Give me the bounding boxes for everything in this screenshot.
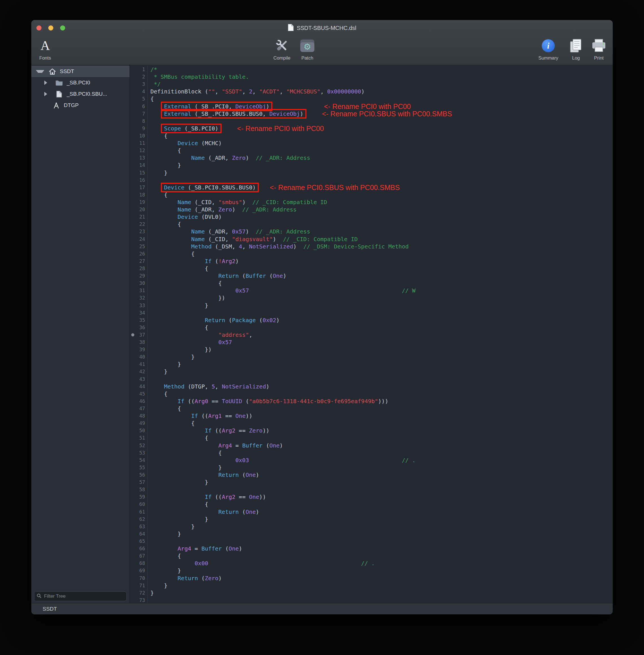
titlebar[interactable]: SSDT-SBUS-MCHC.dsl bbox=[31, 20, 613, 36]
code-line[interactable]: 18 { bbox=[130, 191, 613, 199]
tree-item-label: _SB.PCI0 bbox=[67, 80, 90, 86]
disclosure-triangle-collapsed[interactable] bbox=[44, 92, 51, 96]
code-line[interactable]: 53 { bbox=[130, 449, 613, 456]
code-line[interactable]: 62 } bbox=[130, 516, 613, 523]
code-text: } bbox=[147, 530, 181, 538]
close-button[interactable] bbox=[37, 25, 42, 30]
code-line[interactable]: 29 Return (Buffer (One) bbox=[130, 272, 613, 279]
code-line[interactable]: 72} bbox=[130, 589, 613, 596]
code-editor[interactable]: 1/*2 * SMBus compatibility table.3 */4De… bbox=[130, 65, 613, 603]
code-line[interactable]: 67 { bbox=[130, 552, 613, 560]
code-line[interactable]: 49 { bbox=[130, 420, 613, 427]
code-line[interactable]: 19 Name (_CID, "smbus") // _CID: Compati… bbox=[130, 199, 613, 206]
zoom-button[interactable] bbox=[60, 25, 65, 30]
code-line[interactable]: 36 { bbox=[130, 324, 613, 331]
code-line[interactable]: 59 If ((Arg2 == One)) bbox=[130, 493, 613, 501]
code-line[interactable]: 54 0x03 // . bbox=[130, 456, 613, 464]
code-line[interactable]: 55 } bbox=[130, 464, 613, 471]
code-line[interactable]: 63 } bbox=[130, 523, 613, 530]
code-text: }) bbox=[147, 346, 212, 353]
code-line[interactable]: 43 bbox=[130, 376, 613, 383]
sidebar-item-sb-pci0[interactable]: _SB.PCI0 bbox=[31, 77, 130, 88]
code-line[interactable]: 66 Arg4 = Buffer (One) bbox=[130, 545, 613, 552]
filter-field[interactable] bbox=[34, 591, 127, 601]
sidebar-item-sb-pci0-sbu[interactable]: _SB.PCI0.SBU... bbox=[31, 88, 130, 100]
code-line[interactable]: 21 Device (DVL0) bbox=[130, 213, 613, 221]
code-line[interactable]: 1/* bbox=[130, 66, 613, 73]
code-line[interactable]: 45 { bbox=[130, 390, 613, 398]
code-line[interactable]: 27 If (!Arg2) bbox=[130, 257, 613, 265]
summary-button[interactable]: i Summary bbox=[538, 37, 558, 61]
patch-button[interactable]: ⚙ Patch bbox=[300, 37, 314, 61]
code-line[interactable]: 22 { bbox=[130, 221, 613, 228]
code-line[interactable]: 17 Device (_SB.PCI0.SBUS.BUS0)<- Rename … bbox=[130, 184, 613, 191]
code-line[interactable]: 58 bbox=[130, 486, 613, 493]
code-line[interactable]: 32 }) bbox=[130, 294, 613, 301]
code-line[interactable]: 35 Return (Package (0x02) bbox=[130, 316, 613, 324]
code-line[interactable]: 15 } bbox=[130, 169, 613, 177]
code-line[interactable]: 70 Return (Zero) bbox=[130, 574, 613, 582]
disclosure-triangle-collapsed[interactable] bbox=[44, 81, 51, 85]
code-line[interactable]: 61 Return (One) bbox=[130, 508, 613, 516]
filter-input[interactable] bbox=[43, 593, 124, 600]
code-line[interactable]: 40 } bbox=[130, 353, 613, 361]
code-line[interactable]: 60 { bbox=[130, 501, 613, 508]
code-line[interactable]: 34 bbox=[130, 309, 613, 316]
code-line[interactable]: 48 If ((Arg1 == One)) bbox=[130, 412, 613, 420]
code-line[interactable]: 69 } bbox=[130, 567, 613, 574]
code-line[interactable]: 24 Name (_CID, "diagsvault") // _CID: Co… bbox=[130, 235, 613, 243]
code-line[interactable]: 3 */ bbox=[130, 81, 613, 88]
sidebar-item-ssdt[interactable]: SSDT bbox=[31, 66, 130, 77]
compile-button[interactable]: Compile bbox=[273, 37, 291, 61]
fonts-button[interactable]: A Fonts bbox=[39, 37, 51, 61]
code-line[interactable]: 26 { bbox=[130, 250, 613, 257]
disclosure-triangle-expanded[interactable] bbox=[36, 70, 44, 73]
code-line[interactable]: 31 0x57 // W bbox=[130, 287, 613, 294]
code-line[interactable]: 30 { bbox=[130, 279, 613, 287]
code-line[interactable]: 9 Scope (_SB.PCI0)<- Rename PCI0 with PC… bbox=[130, 125, 613, 132]
code-line[interactable]: 28 { bbox=[130, 265, 613, 272]
code-line[interactable]: 2 * SMBus compatibility table. bbox=[130, 73, 613, 81]
code-line[interactable]: 57 } bbox=[130, 478, 613, 486]
code-line[interactable]: 73 bbox=[130, 596, 613, 603]
code-line[interactable]: 65 bbox=[130, 538, 613, 545]
code-line[interactable]: 37 "address", bbox=[130, 331, 613, 339]
document-icon bbox=[55, 91, 63, 98]
code-line[interactable]: 68 0x00 // . bbox=[130, 560, 613, 567]
code-line[interactable]: 44 Method (DTGP, 5, NotSerialized) bbox=[130, 383, 613, 390]
sidebar-item-dtgp[interactable]: DTGP bbox=[31, 100, 130, 111]
code-line[interactable]: 46 If ((Arg0 == ToUUID ("a0b5b7c6-1318-4… bbox=[130, 398, 613, 405]
code-line[interactable]: 13 Name (_ADR, Zero) // _ADR: Address bbox=[130, 154, 613, 161]
line-number: 60 bbox=[130, 501, 147, 508]
code-line[interactable]: 64 } bbox=[130, 530, 613, 538]
code-line[interactable]: 50 If ((Arg2 == Zero)) bbox=[130, 427, 613, 434]
code-line[interactable]: 7 External (_SB_.PCI0.SBUS.BUS0, DeviceO… bbox=[130, 110, 613, 117]
print-button[interactable]: Print bbox=[592, 37, 606, 61]
code-line[interactable]: 12 { bbox=[130, 147, 613, 154]
minimize-button[interactable] bbox=[48, 25, 53, 30]
summary-label: Summary bbox=[538, 55, 558, 61]
code-line[interactable]: 10 { bbox=[130, 132, 613, 139]
code-line[interactable]: 23 Name (_ADR, 0x57) // _ADR: Address bbox=[130, 228, 613, 235]
code-line[interactable]: 14 } bbox=[130, 161, 613, 169]
code-line[interactable]: 71 } bbox=[130, 582, 613, 589]
code-line[interactable]: 11 Device (MCHC) bbox=[130, 139, 613, 147]
code-line[interactable]: 42 } bbox=[130, 368, 613, 375]
code-line[interactable]: 51 { bbox=[130, 434, 613, 442]
code-line[interactable]: 25 Method (_DSM, 4, NotSerialized) // _D… bbox=[130, 243, 613, 250]
code-line[interactable]: 52 Arg4 = Buffer (One) bbox=[130, 442, 613, 449]
log-button[interactable]: Log bbox=[569, 37, 583, 61]
code-text: 0x57 // W bbox=[147, 287, 415, 294]
line-number: 25 bbox=[130, 243, 147, 250]
code-line[interactable]: 4DefinitionBlock ("", "SSDT", 2, "ACDT",… bbox=[130, 88, 613, 95]
line-number: 48 bbox=[130, 412, 147, 420]
line-number: 66 bbox=[130, 545, 147, 552]
code-line[interactable]: 38 0x57 bbox=[130, 339, 613, 346]
code-line[interactable]: 56 Return (One) bbox=[130, 471, 613, 478]
code-line[interactable]: 41 } bbox=[130, 361, 613, 368]
code-text: } bbox=[147, 478, 208, 486]
code-line[interactable]: 47 { bbox=[130, 405, 613, 412]
code-line[interactable]: 39 }) bbox=[130, 346, 613, 353]
code-line[interactable]: 33 } bbox=[130, 302, 613, 309]
code-line[interactable]: 20 Name (_ADR, Zero) // _ADR: Address bbox=[130, 206, 613, 213]
